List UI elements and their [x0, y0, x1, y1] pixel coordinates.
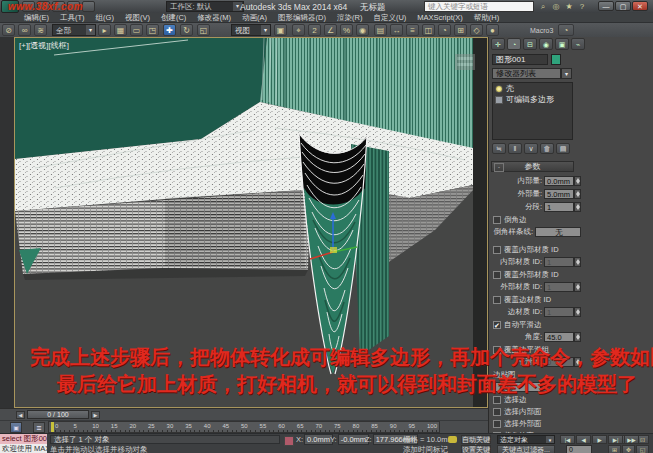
modifier-list-dropdown[interactable]: 修改器列表▾	[492, 68, 561, 79]
spinner-icon[interactable]	[574, 189, 581, 199]
go-start-icon[interactable]: |◀	[560, 435, 575, 444]
menu-item-9[interactable]: 自定义(U)	[373, 13, 406, 23]
spinner-icon[interactable]	[574, 257, 581, 267]
curve-editor-icon[interactable]: ◔	[438, 24, 451, 36]
current-frame-field[interactable]: 0	[566, 445, 592, 453]
perspective-viewport[interactable]: [+][透视][线框]	[14, 37, 488, 408]
tab-modify-icon[interactable]: ◔	[507, 38, 521, 50]
selected-mode-dropdown[interactable]: 选定对象▾	[497, 435, 555, 444]
spinner-snap-icon[interactable]: ◉	[356, 24, 369, 36]
track-bar[interactable]: ▣ 〓 051015202530354045505560657075808590…	[0, 420, 488, 433]
zoom-region-icon[interactable]: ⊞	[608, 445, 621, 453]
macro-script-label[interactable]: Macro3	[530, 27, 553, 34]
bind-spacewarp-icon[interactable]: ≋	[34, 24, 47, 36]
material-editor-icon[interactable]: ◇	[470, 24, 483, 36]
move-tool-icon[interactable]: ✚	[163, 24, 176, 36]
close-button[interactable]: ✕	[632, 1, 648, 11]
percent-snap-icon[interactable]: %	[340, 24, 353, 36]
checkbox-12[interactable]: ✔	[493, 321, 501, 329]
x-coordinate[interactable]: X:0.0mm	[296, 435, 333, 444]
param-field-9[interactable]: 1	[544, 282, 574, 292]
render-setup-icon[interactable]: ●	[486, 24, 499, 36]
bevel-spline-button[interactable]: 无	[535, 227, 581, 237]
go-end-icon[interactable]: ▶▶	[624, 435, 639, 444]
add-time-tag[interactable]: 添加时间标记	[403, 445, 448, 453]
pan-hand-icon[interactable]: ✥	[622, 445, 635, 453]
minimize-button[interactable]: —	[598, 1, 614, 11]
rotate-tool-icon[interactable]: ↻	[180, 24, 193, 36]
next-frame-icon[interactable]: ▶|	[608, 435, 623, 444]
current-frame-marker[interactable]	[51, 422, 54, 433]
checkbox-18[interactable]	[493, 396, 501, 404]
select-by-name-icon[interactable]: ▦	[114, 24, 127, 36]
param-field-2[interactable]: 1	[544, 202, 574, 212]
redo-button[interactable]	[82, 1, 95, 12]
y-coordinate[interactable]: Y:-0.0mm	[330, 435, 369, 444]
time-slider-track[interactable]: ◀ 0 / 100 ▶	[0, 408, 488, 420]
checkbox-8[interactable]	[493, 271, 501, 279]
menu-item-3[interactable]: 视图(V)	[125, 13, 150, 23]
auto-key-button[interactable]: 自动关键点	[461, 435, 491, 444]
modifier-stack[interactable]: 壳 可编辑多边形	[492, 82, 573, 140]
align-icon[interactable]: ↔	[390, 24, 403, 36]
prev-frame-icon[interactable]: ◀	[576, 435, 591, 444]
selection-lock-icon[interactable]	[284, 436, 294, 446]
angle-snap-icon[interactable]: ∠	[324, 24, 337, 36]
tab-create-icon[interactable]: ✛	[491, 38, 505, 50]
rect-region-icon[interactable]: ▭	[130, 24, 143, 36]
workspace-dropdown[interactable]: 工作区: 默认▾	[166, 1, 244, 12]
play-icon[interactable]: ▶	[592, 435, 607, 444]
menu-item-11[interactable]: 帮助(H)	[474, 13, 499, 23]
object-name-field[interactable]: 图形001	[492, 54, 548, 65]
maxscript-listener-line[interactable]: 欢迎使用 MAXScr	[0, 444, 47, 453]
select-link-icon[interactable]: ⊘	[2, 24, 15, 36]
spinner-icon[interactable]	[574, 357, 581, 367]
checkbox-3[interactable]	[493, 216, 501, 224]
snap-3d-icon[interactable]: 2	[308, 24, 321, 36]
show-end-result-icon[interactable]: ‖	[508, 143, 522, 154]
configure-modifier-sets-icon[interactable]: ▤	[556, 143, 570, 154]
spinner-icon[interactable]	[574, 307, 581, 317]
select-object-icon[interactable]: ▸	[98, 24, 111, 36]
param-field-13[interactable]: 45.0	[544, 332, 574, 342]
checkbox-20[interactable]	[493, 420, 501, 428]
reference-coordinate-dropdown[interactable]: 视图▾	[231, 24, 271, 36]
param-field-7[interactable]: 1	[544, 257, 574, 267]
pin-stack-icon[interactable]: ≒	[492, 143, 506, 154]
remove-modifier-icon[interactable]: 🗑	[540, 143, 554, 154]
macro-recorder-line[interactable]: select 图形001	[0, 434, 47, 444]
infocenter-search-input[interactable]: 键入关键字或短语	[424, 1, 534, 12]
spinner-icon[interactable]	[574, 332, 581, 342]
layout-tab-icon[interactable]: ▣	[10, 422, 22, 433]
param-field-15[interactable]: 0	[544, 357, 574, 367]
teapot-render-icon[interactable]: ◔	[558, 24, 574, 36]
scale-tool-icon[interactable]: ◱	[197, 24, 210, 36]
communication-center-icon[interactable]: ◎	[550, 1, 562, 12]
checkbox-19[interactable]	[493, 408, 501, 416]
use-pivot-icon[interactable]: ▣	[274, 24, 287, 36]
unlink-icon[interactable]: ∞	[18, 24, 31, 36]
menu-item-7[interactable]: 图形编辑器(D)	[278, 13, 326, 23]
timeline-ruler[interactable]: 0510152025303540455055606570758085909510…	[48, 421, 440, 433]
window-crossing-icon[interactable]: ◳	[146, 24, 159, 36]
layer-manager-icon[interactable]: ≡	[406, 24, 419, 36]
frame-back-arrow[interactable]: ◀	[16, 411, 25, 419]
tab-motion-icon[interactable]: ◉	[539, 38, 553, 50]
checkbox-10[interactable]	[493, 296, 501, 304]
make-unique-icon[interactable]: ∨	[524, 143, 538, 154]
stack-row-shell[interactable]: 壳	[493, 83, 572, 94]
dropdown-arrow-icon[interactable]	[541, 382, 548, 392]
tab-hierarchy-icon[interactable]: ⊟	[523, 38, 537, 50]
spinner-icon[interactable]	[574, 282, 581, 292]
menu-item-6[interactable]: 动画(A)	[242, 13, 267, 23]
help-icon[interactable]: ?	[576, 1, 588, 12]
schematic-view-icon[interactable]: ⊞	[454, 24, 467, 36]
param-field-1[interactable]: 5.0mm	[544, 189, 574, 199]
set-key-button[interactable]: 设置关键点	[461, 445, 491, 453]
menu-item-10[interactable]: MAXScript(X)	[417, 13, 462, 22]
graphite-ribbon-icon[interactable]: ◫	[422, 24, 435, 36]
checkbox-14[interactable]	[493, 346, 501, 354]
parameters-rollout-header[interactable]: - 参数	[491, 161, 574, 172]
menu-item-8[interactable]: 渲染(R)	[337, 13, 362, 23]
menu-item-5[interactable]: 修改器(M)	[197, 13, 231, 23]
